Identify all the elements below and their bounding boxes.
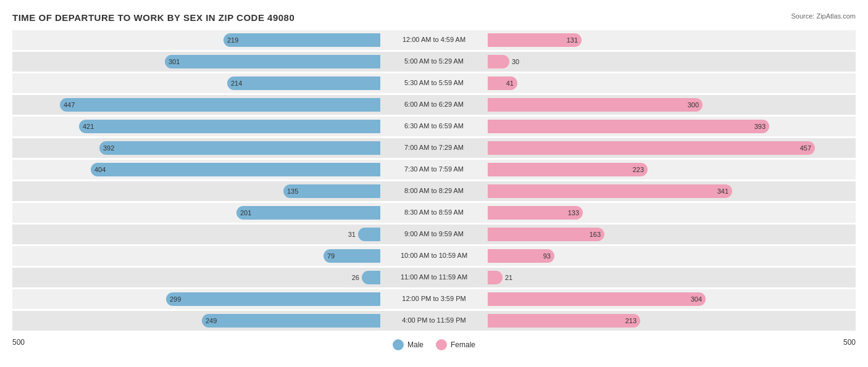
- female-value: 300: [688, 101, 699, 109]
- bar-row: 2145:30 AM to 5:59 AM41: [12, 73, 856, 93]
- time-label: 4:00 PM to 11:59 PM: [383, 316, 485, 324]
- bar-row: 4216:30 AM to 6:59 AM393: [12, 117, 856, 136]
- bar-row: 2494:00 PM to 11:59 PM213: [12, 311, 856, 331]
- female-bar-section: 131: [485, 30, 856, 50]
- male-bar-section: 26: [12, 268, 383, 287]
- time-label: 6:30 AM to 6:59 AM: [383, 122, 485, 130]
- bar-row: 3015:00 AM to 5:29 AM30: [12, 52, 856, 72]
- axis-right-label: 500: [825, 338, 856, 347]
- male-swatch: [393, 339, 404, 350]
- female-bar-section: 213: [485, 311, 856, 331]
- time-label: 7:30 AM to 7:59 AM: [383, 165, 485, 173]
- time-label: 5:30 AM to 5:59 AM: [383, 79, 485, 87]
- bar-row: 3927:00 AM to 7:29 AM457: [12, 138, 856, 158]
- legend-area: Male Female: [393, 339, 475, 350]
- male-bar-section: 249: [12, 311, 383, 331]
- female-bar-section: 393: [485, 117, 856, 136]
- time-label: 12:00 PM to 3:59 PM: [383, 295, 485, 303]
- male-bar-section: 392: [12, 138, 383, 158]
- chart-title: TIME OF DEPARTURE TO WORK BY SEX IN ZIP …: [12, 12, 856, 23]
- female-bar: [488, 55, 509, 68]
- bar-row: 1358:00 AM to 8:29 AM341: [12, 181, 856, 201]
- time-label: 12:00 AM to 4:59 AM: [383, 36, 485, 44]
- female-value: 393: [754, 123, 766, 130]
- male-bar-section: 299: [12, 289, 383, 309]
- time-label: 6:00 AM to 6:29 AM: [383, 101, 485, 109]
- female-bar: 41: [488, 76, 517, 90]
- bar-row: 4476:00 AM to 6:29 AM300: [12, 95, 856, 115]
- male-bar-section: 201: [12, 203, 383, 223]
- male-bar-section: 301: [12, 52, 383, 72]
- male-value: 392: [103, 144, 114, 152]
- bar-row: 29912:00 PM to 3:59 PM304: [12, 289, 856, 309]
- male-bar-section: 219: [12, 30, 383, 50]
- male-value: 301: [169, 58, 180, 65]
- male-bar-section: 404: [12, 160, 383, 179]
- male-value: 299: [170, 295, 181, 303]
- male-bar: 299: [166, 292, 380, 306]
- female-label: Female: [451, 340, 475, 349]
- female-bar: 457: [488, 141, 815, 155]
- male-value: 249: [206, 317, 217, 324]
- time-label: 8:00 AM to 8:29 AM: [383, 187, 485, 195]
- female-value-outside: 21: [505, 274, 512, 281]
- bar-row: 7910:00 AM to 10:59 AM93: [12, 246, 856, 266]
- time-label: 11:00 AM to 11:59 AM: [383, 273, 485, 281]
- source-text: Source: ZipAtlas.com: [791, 12, 856, 20]
- male-bar: 135: [283, 184, 380, 198]
- female-value: 131: [567, 36, 578, 44]
- female-bar: 304: [488, 292, 706, 306]
- female-bar: 393: [488, 120, 769, 133]
- female-value: 341: [717, 188, 728, 195]
- female-value: 133: [568, 209, 579, 216]
- legend-male: Male: [393, 339, 424, 350]
- bar-row: 319:00 AM to 9:59 AM163: [12, 225, 856, 244]
- female-bar-section: 341: [485, 181, 856, 201]
- male-label: Male: [407, 340, 424, 349]
- male-bar: [358, 228, 380, 241]
- male-bar: 249: [202, 314, 380, 328]
- bar-row: 2018:30 AM to 8:59 AM133: [12, 203, 856, 223]
- female-value: 41: [506, 80, 514, 87]
- male-bar: 447: [60, 98, 380, 112]
- male-value-outside: 31: [348, 231, 356, 238]
- male-value: 219: [227, 36, 238, 44]
- male-bar: [362, 271, 380, 284]
- female-bar-section: 163: [485, 225, 856, 244]
- time-label: 5:00 AM to 5:29 AM: [383, 57, 485, 65]
- female-bar: 341: [488, 184, 732, 198]
- bar-row: 4047:30 AM to 7:59 AM223: [12, 160, 856, 179]
- female-value: 457: [800, 144, 811, 152]
- female-bar: 133: [488, 206, 583, 220]
- female-bar: 131: [488, 33, 582, 47]
- male-value: 447: [64, 101, 75, 109]
- female-bar: 213: [488, 314, 640, 328]
- female-value: 304: [691, 295, 702, 303]
- female-swatch: [436, 339, 447, 350]
- male-value: 79: [327, 252, 335, 260]
- axis-left-label: 500: [12, 338, 43, 347]
- female-value: 163: [590, 231, 601, 238]
- male-bar-section: 79: [12, 246, 383, 266]
- female-bar: 93: [488, 249, 554, 263]
- male-value-outside: 26: [352, 274, 359, 281]
- female-bar-section: 457: [485, 138, 856, 158]
- male-bar: 79: [323, 249, 380, 263]
- male-bar-section: 421: [12, 117, 383, 136]
- male-bar: 219: [223, 33, 380, 47]
- male-value: 214: [231, 80, 242, 87]
- male-value: 421: [83, 123, 94, 130]
- female-bar: 300: [488, 98, 703, 112]
- female-value: 213: [625, 317, 636, 324]
- male-bar: 201: [236, 206, 380, 220]
- male-bar: 404: [91, 163, 380, 176]
- time-label: 8:30 AM to 8:59 AM: [383, 208, 485, 216]
- female-bar: [488, 271, 503, 284]
- female-bar-section: 30: [485, 52, 856, 72]
- male-bar-section: 31: [12, 225, 383, 244]
- female-bar-section: 300: [485, 95, 856, 115]
- female-value-outside: 30: [512, 58, 519, 65]
- male-bar: 301: [165, 55, 380, 68]
- chart-area: 21912:00 AM to 4:59 AM1313015:00 AM to 5…: [12, 30, 856, 331]
- male-bar-section: 447: [12, 95, 383, 115]
